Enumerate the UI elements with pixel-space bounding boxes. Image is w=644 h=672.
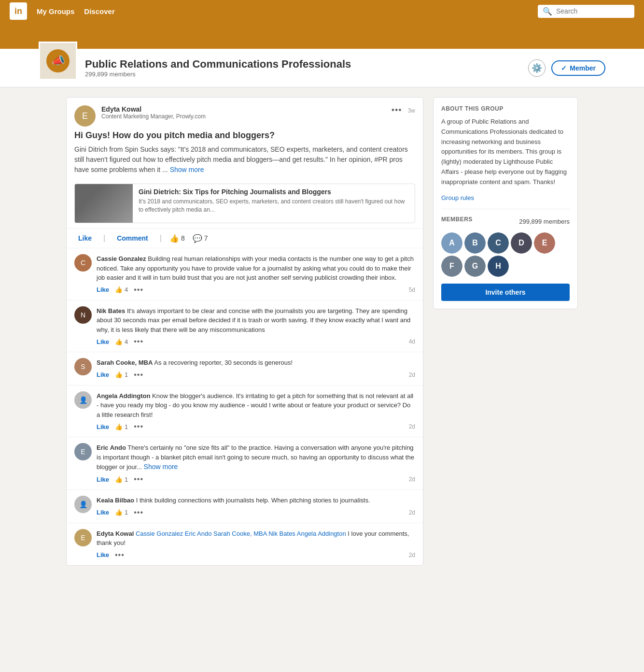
- group-rules-link[interactable]: Group rules: [441, 194, 474, 201]
- comment-4-text: Eric Ando There's certainly no "one size…: [97, 443, 415, 472]
- post-timestamp: 3w: [408, 107, 415, 114]
- comment-5-like-icon: 👍: [115, 509, 123, 516]
- comment-0-like-btn[interactable]: Like: [97, 286, 109, 293]
- post-author-name[interactable]: Edyta Kowal: [101, 105, 384, 113]
- comment-6-like-btn[interactable]: Like: [97, 551, 109, 558]
- comment-3-body: Angela Addington Know the blogger's audi…: [97, 391, 415, 431]
- comment-6-footer: Like ••• 2d: [97, 551, 415, 559]
- member-avatar-3[interactable]: D: [511, 232, 532, 254]
- settings-button[interactable]: ⚙️: [528, 59, 546, 77]
- comment-1-like-btn[interactable]: Like: [97, 338, 109, 345]
- comment-4-footer: Like 👍 1 ••• 2d: [97, 475, 415, 484]
- comments-count: 💬 7: [193, 234, 208, 243]
- comment-6-author[interactable]: Edyta Kowal: [97, 530, 134, 537]
- comment-5-like-btn[interactable]: Like: [97, 509, 109, 516]
- discover-link[interactable]: Discover: [84, 7, 114, 15]
- post-more-button[interactable]: •••: [390, 105, 404, 115]
- member-avatar-5[interactable]: F: [441, 256, 462, 277]
- comment-5-more-btn[interactable]: •••: [134, 508, 143, 517]
- main-container: E Edyta Kowal Content Marketing Manager,…: [56, 97, 588, 566]
- show-more-button[interactable]: Show more: [170, 166, 204, 173]
- comment-2: S Sarah Cooke, MBA As a recovering repor…: [67, 352, 423, 385]
- member-avatar-6[interactable]: G: [464, 256, 486, 277]
- comment-5-text: Keala Bilbao I think building connection…: [97, 496, 415, 505]
- my-groups-link[interactable]: My Groups: [37, 7, 74, 15]
- about-desc: A group of Public Relations and Communic…: [441, 117, 570, 187]
- invite-others-button[interactable]: Invite others: [441, 284, 570, 301]
- about-section-title: ABOUT THIS GROUP: [441, 105, 570, 112]
- comment-3-like-btn[interactable]: Like: [97, 423, 109, 430]
- navbar: in My Groups Discover 🔍: [0, 0, 644, 22]
- comment-button[interactable]: Comment: [113, 232, 152, 244]
- sidebar-divider: [441, 209, 570, 209]
- member-avatar-7[interactable]: H: [488, 256, 509, 277]
- comment-1-more-btn[interactable]: •••: [134, 337, 143, 346]
- members-count: 299,899 members: [519, 218, 570, 225]
- comment-3-like-icon: 👍: [115, 423, 123, 430]
- checkmark-icon: ✓: [561, 64, 567, 72]
- comment-1-like-icon: 👍: [115, 338, 123, 345]
- link-preview-img-inner: [75, 184, 133, 223]
- search-input[interactable]: [556, 7, 630, 15]
- comment-2-more-btn[interactable]: •••: [134, 371, 143, 379]
- comment-6-more-btn[interactable]: •••: [115, 551, 125, 559]
- member-avatar-0[interactable]: A: [441, 232, 462, 254]
- comment-3-author[interactable]: Angela Addington: [97, 392, 150, 400]
- comment-icon: 💬: [193, 234, 202, 243]
- member-label: Member: [570, 64, 596, 72]
- post-title: Hi Guys! How do you pitch media and blog…: [74, 130, 415, 141]
- comment-4: E Eric Ando There's certainly no "one si…: [67, 437, 423, 489]
- sidebar: ABOUT THIS GROUP A group of Public Relat…: [433, 97, 578, 566]
- member-avatar-4[interactable]: E: [534, 232, 555, 254]
- comment-0-like-icon: 👍: [115, 286, 123, 293]
- linkedin-logo[interactable]: in: [10, 2, 27, 20]
- group-members-count: 299,899 members: [85, 71, 520, 78]
- comment-4-like-btn[interactable]: Like: [97, 476, 109, 483]
- comment-0-text: Cassie Gonzalez Building real human rela…: [97, 254, 415, 283]
- comment-0-author[interactable]: Cassie Gonzalez: [97, 255, 146, 262]
- comment-2-text: Sarah Cooke, MBA As a recovering reporte…: [97, 358, 415, 368]
- group-banner: [0, 22, 644, 49]
- member-avatar-2[interactable]: C: [488, 232, 509, 254]
- comment-4-show-more[interactable]: Show more: [144, 463, 178, 471]
- comment-2-body: Sarah Cooke, MBA As a recovering reporte…: [97, 358, 415, 379]
- link-preview-title: Gini Dietrich: Six Tips for Pitching Jou…: [139, 188, 409, 196]
- comment-3-avatar: 👤: [74, 391, 92, 409]
- comment-5-author[interactable]: Keala Bilbao: [97, 497, 134, 504]
- comment-2-author[interactable]: Sarah Cooke, MBA: [97, 359, 153, 366]
- post-text: Gini Ditrich from Spin Sucks says: "It's…: [74, 144, 415, 175]
- comment-3-more-btn[interactable]: •••: [134, 422, 143, 431]
- comment-0-footer: Like 👍 4 ••• 5d: [97, 286, 415, 294]
- member-avatar-1[interactable]: B: [464, 232, 486, 254]
- comment-1-author[interactable]: Nik Bates: [97, 307, 125, 315]
- comment-4-like-icon: 👍: [115, 476, 123, 483]
- comment-0: C Cassie Gonzalez Building real human re…: [67, 248, 423, 300]
- feed: E Edyta Kowal Content Marketing Manager,…: [66, 97, 423, 566]
- comment-3-likes: 👍 1: [115, 423, 128, 430]
- post-card: E Edyta Kowal Content Marketing Manager,…: [66, 97, 423, 566]
- member-avatars: A B C D E F G: [441, 232, 570, 277]
- comment-4-body: Eric Ando There's certainly no "one size…: [97, 443, 415, 484]
- member-button[interactable]: ✓ Member: [551, 60, 605, 76]
- link-preview-content: Gini Dietrich: Six Tips for Pitching Jou…: [133, 184, 415, 223]
- comment-1: N Nik Bates It's always important to be …: [67, 300, 423, 352]
- comment-6-mentioned[interactable]: Cassie Gonzalez Eric Ando Sarah Cooke, M…: [136, 530, 346, 537]
- comment-1-likes: 👍 4: [115, 338, 128, 345]
- search-bar: 🔍: [538, 5, 634, 18]
- comment-4-more-btn[interactable]: •••: [134, 475, 143, 484]
- comment-3-text: Angela Addington Know the blogger's audi…: [97, 391, 415, 420]
- group-actions: ⚙️ ✓ Member: [528, 59, 605, 77]
- comment-2-like-btn[interactable]: Like: [97, 371, 109, 378]
- comment-0-time: 5d: [409, 286, 415, 293]
- comment-0-more-btn[interactable]: •••: [134, 286, 143, 294]
- comment-2-likes: 👍 1: [115, 371, 128, 378]
- like-button[interactable]: Like: [74, 232, 96, 244]
- comment-6-text: Edyta Kowal Cassie Gonzalez Eric Ando Sa…: [97, 529, 415, 548]
- comment-1-time: 4d: [409, 338, 415, 345]
- group-logo-icon: 📣: [46, 49, 70, 72]
- link-preview[interactable]: Gini Dietrich: Six Tips for Pitching Jou…: [74, 184, 415, 223]
- comment-5-avatar: 👤: [74, 496, 92, 513]
- sidebar-card: ABOUT THIS GROUP A group of Public Relat…: [433, 97, 578, 309]
- comment-6: E Edyta Kowal Cassie Gonzalez Eric Ando …: [67, 523, 423, 565]
- comment-4-author[interactable]: Eric Ando: [97, 444, 126, 451]
